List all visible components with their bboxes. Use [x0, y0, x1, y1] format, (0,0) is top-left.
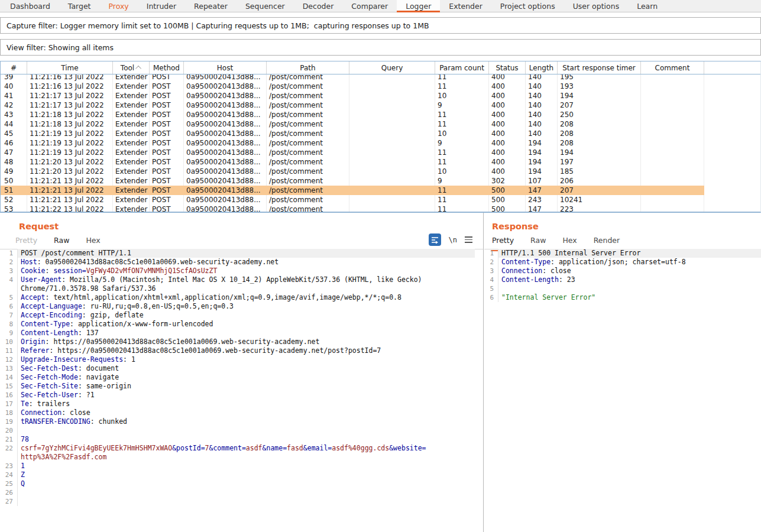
cell-length: 107 [526, 176, 558, 186]
table-row[interactable]: 5211:21:21 13 Jul 2022ExtenderPOST0a9500… [1, 195, 704, 205]
column-header-param-count[interactable]: Param count [435, 61, 489, 74]
line-text: Z [18, 471, 475, 479]
table-row[interactable]: 5111:21:21 13 Jul 2022ExtenderPOST0a9500… [1, 186, 704, 195]
column-header-time[interactable]: Time [27, 61, 113, 74]
cell-params: 9 [435, 100, 489, 110]
editor-menu-icon[interactable] [465, 236, 472, 243]
menu-tab-learn[interactable]: Learn [628, 0, 666, 12]
cell-time: 11:21:21 13 Jul 2022 [27, 176, 113, 186]
request-editor[interactable]: 1POST /post/comment HTTP/1.12Host: 0a950… [0, 249, 483, 532]
menu-tab-proxy[interactable]: Proxy [100, 0, 138, 12]
column-header-tool[interactable]: Tool [113, 61, 150, 74]
cell-status: 500 [489, 186, 526, 195]
column-header-comment[interactable]: Comment [641, 61, 704, 74]
table-row[interactable]: 4211:21:17 13 Jul 2022ExtenderPOST0a9500… [1, 100, 704, 110]
cell-status: 400 [489, 148, 526, 157]
cell-tool: Extender [113, 167, 150, 176]
cell-status: 400 [489, 91, 526, 100]
column-header-host[interactable]: Host [184, 61, 267, 74]
cell-tool: Extender [113, 91, 150, 100]
table-row[interactable]: 5011:21:21 13 Jul 2022ExtenderPOST0a9500… [1, 176, 704, 186]
capture-filter-bar[interactable]: Capture filter: Logger memory limit set … [0, 17, 761, 34]
table-row[interactable]: 4311:21:18 13 Jul 2022ExtenderPOST0a9500… [1, 110, 704, 119]
column-header--[interactable]: # [1, 61, 27, 74]
menu-tab-comparer[interactable]: Comparer [342, 0, 397, 12]
menu-tab-dashboard[interactable]: Dashboard [1, 0, 59, 12]
column-header-method[interactable]: Method [150, 61, 184, 74]
capture-filter-text: Capture filter: Logger memory limit set … [7, 21, 429, 30]
menu-tab-extender[interactable]: Extender [440, 0, 491, 12]
editor-tab-pretty[interactable]: Pretty [15, 236, 37, 249]
menu-tab-user-options[interactable]: User options [564, 0, 629, 12]
table-row[interactable]: 4011:21:16 13 Jul 2022ExtenderPOST0a9500… [1, 82, 704, 91]
line-number: 22 [0, 444, 18, 453]
cell-query [349, 195, 435, 205]
logger-table-body: 3911:21:16 13 Jul 2022ExtenderPOST0a9500… [1, 74, 760, 212]
menu-tab-project-options[interactable]: Project options [491, 0, 564, 12]
editor-line: 1HTTP/1.1 500 Internal Server Error [484, 249, 761, 258]
show-newlines-icon[interactable]: \n [449, 236, 457, 244]
table-row[interactable]: 4711:21:19 13 Jul 2022ExtenderPOST0a9500… [1, 148, 704, 157]
column-header-label: # [11, 64, 17, 72]
cell-comment [641, 138, 704, 148]
table-row[interactable]: 3911:21:16 13 Jul 2022ExtenderPOST0a9500… [1, 74, 704, 82]
cell-params: 11 [435, 186, 489, 195]
cell-comment [641, 157, 704, 167]
cell-timer: 208 [558, 119, 641, 129]
table-row[interactable]: 5311:21:22 13 Jul 2022ExtenderPOST0a9500… [1, 205, 704, 212]
line-number: 27 [0, 497, 18, 506]
column-header-path[interactable]: Path [267, 61, 349, 74]
line-text: "Internal Server Error" [498, 293, 761, 302]
request-panel: Request \n PrettyRawHex [0, 213, 484, 532]
table-row[interactable]: 4411:21:18 13 Jul 2022ExtenderPOST0a9500… [1, 119, 704, 129]
editor-tab-hex[interactable]: Hex [562, 236, 577, 249]
menu-tab-repeater[interactable]: Repeater [185, 0, 237, 12]
cell-length: 140 [526, 91, 558, 100]
cell-path: /post/comment [267, 186, 349, 195]
menu-tab-decoder[interactable]: Decoder [294, 0, 343, 12]
line-number: 21 [0, 435, 18, 444]
line-text: Origin: https://0a9500020413d88ac08c5c1e… [18, 338, 475, 346]
cell-query [349, 176, 435, 186]
cell-method: POST [150, 82, 184, 91]
editor-line: 4User-Agent: Mozilla/5.0 (Macintosh; Int… [0, 275, 483, 284]
table-row[interactable]: 4811:21:20 13 Jul 2022ExtenderPOST0a9500… [1, 157, 704, 167]
cell-query [349, 157, 435, 167]
wrap-lines-icon[interactable] [429, 233, 441, 246]
cell-time: 11:21:16 13 Jul 2022 [27, 74, 113, 82]
column-header-query[interactable]: Query [349, 61, 435, 74]
column-header-length[interactable]: Length [526, 61, 558, 74]
line-number: 19 [0, 417, 18, 426]
cell-id: 42 [1, 100, 27, 110]
cell-time: 11:21:21 13 Jul 2022 [27, 186, 113, 195]
view-filter-bar[interactable]: View filter: Showing all items [0, 39, 761, 56]
editor-line: 12Upgrade-Insecure-Requests: 1 [0, 355, 483, 364]
column-header-status[interactable]: Status [489, 61, 526, 74]
menu-tab-logger[interactable]: Logger [397, 0, 440, 12]
editor-tab-hex[interactable]: Hex [86, 236, 100, 249]
cell-params: 9 [435, 138, 489, 148]
cell-time: 11:21:19 13 Jul 2022 [27, 138, 113, 148]
column-header-label: Status [496, 64, 518, 72]
editor-tab-pretty[interactable]: Pretty [492, 236, 514, 249]
menu-tab-target[interactable]: Target [59, 0, 100, 12]
menu-tab-sequencer[interactable]: Sequencer [237, 0, 294, 12]
table-row[interactable]: 4511:21:19 13 Jul 2022ExtenderPOST0a9500… [1, 129, 704, 138]
response-editor[interactable]: 1HTTP/1.1 500 Internal Server Error2Cont… [484, 249, 761, 532]
cell-path: /post/comment [267, 157, 349, 167]
cell-status: 400 [489, 167, 526, 176]
editor-tab-render[interactable]: Render [594, 236, 620, 249]
cell-length: 243 [526, 195, 558, 205]
cell-host: 0a9500020413d88... [184, 82, 267, 91]
table-row[interactable]: 4911:21:20 13 Jul 2022ExtenderPOST0a9500… [1, 167, 704, 176]
editor-tab-raw[interactable]: Raw [530, 236, 546, 249]
column-header-start-response-timer[interactable]: Start response timer [558, 61, 641, 74]
table-row[interactable]: 4111:21:17 13 Jul 2022ExtenderPOST0a9500… [1, 91, 704, 100]
cell-query [349, 110, 435, 119]
cell-time: 11:21:20 13 Jul 2022 [27, 167, 113, 176]
editor-tab-raw[interactable]: Raw [54, 236, 69, 249]
cell-tool: Extender [113, 176, 150, 186]
main-menu-bar: DashboardTargetProxyIntruderRepeaterSequ… [0, 0, 761, 12]
table-row[interactable]: 4611:21:19 13 Jul 2022ExtenderPOST0a9500… [1, 138, 704, 148]
menu-tab-intruder[interactable]: Intruder [138, 0, 185, 12]
